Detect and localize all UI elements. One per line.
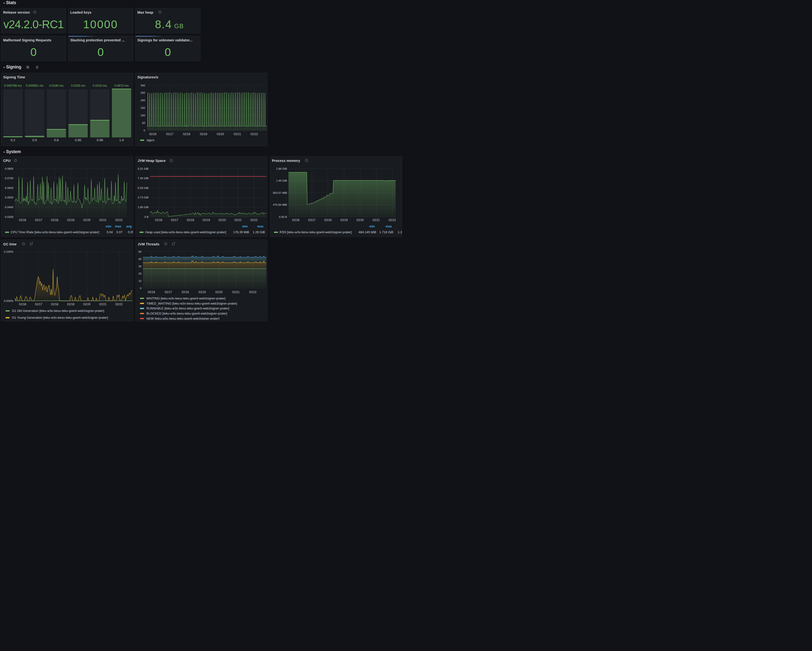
svg-text:476.84 MiB: 476.84 MiB	[273, 203, 287, 206]
svg-text:0.0600: 0.0600	[5, 186, 14, 189]
svg-text:30: 30	[138, 265, 142, 268]
svg-text:0.04: 0.04	[107, 230, 113, 234]
svg-text:02/19: 02/19	[200, 132, 207, 136]
svg-text:0.0800: 0.0800	[5, 167, 14, 170]
svg-text:02/21: 02/21	[234, 132, 241, 136]
svg-text:max: max	[115, 224, 122, 228]
svg-text:02/21: 02/21	[372, 218, 380, 222]
svg-text:484.145 MiB: 484.145 MiB	[359, 230, 376, 234]
svg-text:0.0400: 0.0400	[5, 206, 14, 208]
svg-text:1.26 GiB: 1.26 GiB	[253, 230, 265, 234]
svg-text:02/19: 02/19	[198, 290, 206, 294]
svg-text:0.95: 0.95	[75, 138, 81, 142]
svg-text:avg: avg	[127, 224, 132, 228]
svg-text:0.0230 ms: 0.0230 ms	[71, 84, 85, 87]
svg-text:200: 200	[140, 99, 145, 102]
svg-text:02/19: 02/19	[203, 218, 210, 222]
svg-text:10: 10	[138, 279, 142, 282]
svg-text:0.000951 ms: 0.000951 ms	[26, 84, 43, 87]
svg-text:0.07: 0.07	[116, 230, 122, 234]
svg-text:02/16: 02/16	[292, 218, 299, 222]
svg-text:7.45 GiB: 7.45 GiB	[137, 177, 148, 180]
svg-text:02/17: 02/17	[166, 132, 173, 136]
svg-text:0.00 B: 0.00 B	[279, 215, 287, 218]
svg-text:RUNNABLE [teku-w3s-besu-teku-g: RUNNABLE [teku-w3s-besu-teku-goerli-web3…	[147, 306, 229, 310]
svg-text:0.0700: 0.0700	[5, 177, 14, 180]
svg-text:02/21: 02/21	[234, 218, 241, 222]
svg-text:02/22: 02/22	[388, 218, 396, 222]
svg-text:02/18: 02/18	[51, 218, 58, 222]
svg-text:G1 Old Generation [teku-w3s-be: G1 Old Generation [teku-w3s-besu-teku-go…	[12, 309, 104, 313]
svg-text:0.99: 0.99	[97, 138, 103, 142]
svg-text:min: min	[369, 224, 375, 228]
svg-text:0: 0	[140, 287, 142, 290]
svg-text:max: max	[385, 224, 392, 228]
svg-text:02/16: 02/16	[155, 218, 162, 222]
svg-text:02/18: 02/18	[324, 218, 331, 222]
svg-text:5.59 GiB: 5.59 GiB	[137, 186, 148, 189]
svg-text:TIMED_WAITING [teku-w3s-besu-t: TIMED_WAITING [teku-w3s-besu-teku-goerli…	[147, 302, 237, 305]
svg-text:02/22: 02/22	[115, 303, 122, 306]
svg-text:02/16: 02/16	[149, 132, 156, 136]
svg-text:0.0873 ms: 0.0873 ms	[114, 84, 128, 87]
svg-text:02/21: 02/21	[99, 303, 107, 306]
svg-text:100: 100	[140, 114, 145, 117]
svg-text:1.718 GiB: 1.718 GiB	[379, 230, 393, 234]
svg-text:176.39 MiB: 176.39 MiB	[233, 230, 249, 234]
svg-text:02/19: 02/19	[67, 218, 74, 222]
svg-text:G1 Young Generation [teku-w3s-: G1 Young Generation [teku-w3s-besu-teku-…	[12, 316, 108, 319]
svg-text:Heap used [teku-w3s-besu-teku-: Heap used [teku-w3s-besu-teku-goerli-web…	[145, 230, 226, 234]
svg-text:02/16: 02/16	[19, 218, 26, 222]
svg-text:02/17: 02/17	[165, 290, 172, 294]
svg-text:0.0180 ms: 0.0180 ms	[49, 84, 63, 87]
svg-text:9.31 GiB: 9.31 GiB	[137, 167, 148, 170]
svg-text:02/17: 02/17	[308, 218, 315, 222]
svg-text:WAITING [teku-w3s-besu-teku-go: WAITING [teku-w3s-besu-teku-goerli-web3s…	[147, 297, 226, 300]
svg-text:max: max	[257, 224, 264, 228]
svg-text:1.86 GiB: 1.86 GiB	[276, 167, 287, 170]
svg-text:02/20: 02/20	[215, 290, 223, 294]
svg-text:0.8: 0.8	[54, 138, 59, 142]
svg-text:min: min	[106, 224, 111, 228]
svg-text:02/16: 02/16	[19, 303, 26, 306]
svg-text:0.0310 ms: 0.0310 ms	[93, 84, 107, 87]
svg-text:02/20: 02/20	[356, 218, 363, 222]
svg-text:02/18: 02/18	[182, 290, 189, 294]
svg-text:1.36: 1.36	[398, 230, 402, 234]
svg-text:0.000%: 0.000%	[4, 299, 14, 302]
svg-text:953.67 MiB: 953.67 MiB	[273, 191, 287, 194]
svg-text:02/22: 02/22	[249, 290, 256, 294]
svg-text:02/18: 02/18	[187, 218, 194, 222]
svg-text:0.0500: 0.0500	[5, 196, 14, 199]
svg-text:1.86 GiB: 1.86 GiB	[137, 206, 148, 208]
svg-text:0.052: 0.052	[128, 230, 133, 234]
svg-text:02/18: 02/18	[51, 303, 58, 306]
svg-text:02/21: 02/21	[99, 218, 107, 222]
svg-text:02/22: 02/22	[115, 218, 122, 222]
svg-text:sigs/s: sigs/s	[147, 138, 155, 142]
svg-text:02/22: 02/22	[250, 132, 258, 136]
svg-text:0: 0	[144, 129, 145, 132]
svg-text:02/20: 02/20	[217, 132, 224, 136]
svg-text:0.100%: 0.100%	[4, 250, 14, 253]
svg-text:BLOCKED [teku-w3s-besu-teku-go: BLOCKED [teku-w3s-besu-teku-goerli-web3s…	[147, 312, 227, 315]
svg-text:1.0: 1.0	[119, 138, 124, 142]
svg-text:3.73 GiB: 3.73 GiB	[137, 196, 148, 199]
svg-text:250: 250	[140, 91, 145, 94]
svg-text:02/19: 02/19	[67, 303, 74, 306]
svg-text:02/17: 02/17	[171, 218, 178, 222]
svg-text:40: 40	[138, 258, 142, 261]
svg-text:0 B: 0 B	[144, 215, 149, 218]
svg-text:CPU Time IRate [teku-w3s-besu-: CPU Time IRate [teku-w3s-besu-teku-goerl…	[11, 230, 99, 234]
svg-text:0.0300: 0.0300	[5, 215, 14, 218]
svg-text:50: 50	[142, 122, 145, 124]
svg-text:1.40 GiB: 1.40 GiB	[276, 179, 287, 182]
svg-text:RSS [teku-w3s-besu-teku-goerli: RSS [teku-w3s-besu-teku-goerli-web3signe…	[279, 230, 352, 234]
svg-text:0.2: 0.2	[11, 138, 15, 142]
svg-text:0.000799 ms: 0.000799 ms	[4, 84, 22, 87]
svg-text:0.5: 0.5	[32, 138, 37, 142]
svg-text:min: min	[242, 224, 248, 228]
svg-text:300: 300	[140, 84, 145, 87]
svg-text:02/20: 02/20	[218, 218, 226, 222]
svg-text:150: 150	[140, 107, 145, 109]
